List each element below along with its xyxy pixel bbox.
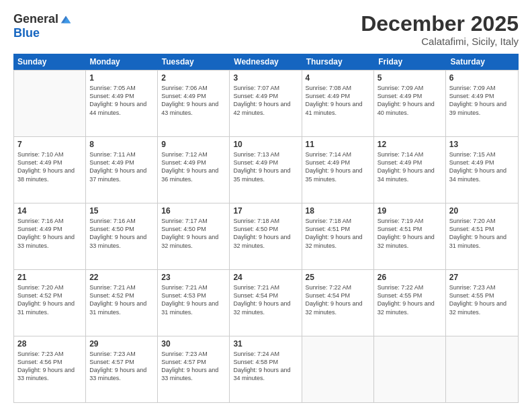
cell-sun-info: Sunrise: 7:22 AMSunset: 4:55 PMDaylight:…: [378, 283, 442, 316]
calendar-header: Sunday Monday Tuesday Wednesday Thursday…: [13, 54, 519, 70]
cell-sun-info: Sunrise: 7:24 AMSunset: 4:58 PMDaylight:…: [233, 350, 298, 383]
logo-general-text: General: [13, 12, 58, 26]
calendar-cell-2-3: 9Sunrise: 7:12 AMSunset: 4:49 PMDaylight…: [158, 137, 230, 203]
day-number: 21: [17, 273, 82, 282]
cell-sun-info: Sunrise: 7:21 AMSunset: 4:52 PMDaylight:…: [89, 283, 154, 316]
header: General Blue December 2025 Calatafimi, S…: [13, 12, 519, 47]
cell-sun-info: Sunrise: 7:21 AMSunset: 4:53 PMDaylight:…: [161, 283, 226, 316]
cell-sun-info: Sunrise: 7:11 AMSunset: 4:49 PMDaylight:…: [89, 150, 154, 183]
calendar-cell-3-6: 19Sunrise: 7:19 AMSunset: 4:51 PMDayligh…: [374, 203, 446, 269]
day-number: 20: [449, 206, 515, 216]
cell-sun-info: Sunrise: 7:18 AMSunset: 4:51 PMDaylight:…: [306, 217, 370, 250]
cell-sun-info: Sunrise: 7:07 AMSunset: 4:49 PMDaylight:…: [233, 84, 298, 117]
cell-sun-info: Sunrise: 7:15 AMSunset: 4:49 PMDaylight:…: [449, 150, 515, 183]
day-number: 17: [233, 206, 298, 216]
day-number: 26: [378, 273, 442, 282]
calendar-cell-4-2: 22Sunrise: 7:21 AMSunset: 4:52 PMDayligh…: [86, 270, 158, 336]
calendar-cell-4-1: 21Sunrise: 7:20 AMSunset: 4:52 PMDayligh…: [14, 270, 86, 336]
calendar-cell-2-5: 11Sunrise: 7:14 AMSunset: 4:49 PMDayligh…: [302, 137, 374, 203]
calendar-cell-3-3: 16Sunrise: 7:17 AMSunset: 4:50 PMDayligh…: [158, 203, 230, 269]
cell-sun-info: Sunrise: 7:05 AMSunset: 4:49 PMDaylight:…: [89, 84, 154, 117]
day-number: 6: [449, 73, 515, 83]
day-number: 5: [378, 73, 442, 83]
calendar-cell-3-7: 20Sunrise: 7:20 AMSunset: 4:51 PMDayligh…: [446, 203, 518, 269]
calendar-cell-1-3: 2Sunrise: 7:06 AMSunset: 4:49 PMDaylight…: [158, 71, 230, 136]
day-number: 31: [233, 339, 298, 349]
day-number: 9: [161, 140, 226, 149]
calendar-cell-2-6: 12Sunrise: 7:14 AMSunset: 4:49 PMDayligh…: [374, 137, 446, 203]
header-saturday: Saturday: [447, 54, 519, 70]
calendar-cell-5-5: [302, 336, 374, 402]
day-number: 29: [89, 339, 154, 349]
calendar-cell-1-4: 3Sunrise: 7:07 AMSunset: 4:49 PMDaylight…: [230, 71, 302, 136]
day-number: 4: [306, 73, 370, 83]
cell-sun-info: Sunrise: 7:14 AMSunset: 4:49 PMDaylight:…: [306, 150, 370, 183]
cell-sun-info: Sunrise: 7:23 AMSunset: 4:56 PMDaylight:…: [17, 350, 82, 383]
cell-sun-info: Sunrise: 7:23 AMSunset: 4:57 PMDaylight:…: [89, 350, 154, 383]
day-number: 27: [449, 273, 515, 282]
cell-sun-info: Sunrise: 7:13 AMSunset: 4:49 PMDaylight:…: [233, 150, 298, 183]
cell-sun-info: Sunrise: 7:23 AMSunset: 4:55 PMDaylight:…: [449, 283, 515, 316]
calendar-cell-4-5: 25Sunrise: 7:22 AMSunset: 4:54 PMDayligh…: [302, 270, 374, 336]
day-number: 18: [306, 206, 370, 216]
title-section: December 2025 Calatafimi, Sicily, Italy: [361, 12, 519, 47]
day-number: 19: [378, 206, 442, 216]
day-number: 3: [233, 73, 298, 83]
day-number: 23: [161, 273, 226, 282]
calendar-cell-5-4: 31Sunrise: 7:24 AMSunset: 4:58 PMDayligh…: [230, 336, 302, 402]
calendar-row-1: 1Sunrise: 7:05 AMSunset: 4:49 PMDaylight…: [14, 70, 518, 136]
header-monday: Monday: [85, 54, 157, 70]
page: General Blue December 2025 Calatafimi, S…: [0, 0, 532, 411]
calendar-row-3: 14Sunrise: 7:16 AMSunset: 4:49 PMDayligh…: [14, 203, 518, 269]
calendar-cell-5-2: 29Sunrise: 7:23 AMSunset: 4:57 PMDayligh…: [86, 336, 158, 402]
calendar-cell-2-1: 7Sunrise: 7:10 AMSunset: 4:49 PMDaylight…: [14, 137, 86, 203]
calendar-cell-3-1: 14Sunrise: 7:16 AMSunset: 4:49 PMDayligh…: [14, 203, 86, 269]
day-number: 15: [89, 206, 154, 216]
calendar-cell-3-2: 15Sunrise: 7:16 AMSunset: 4:50 PMDayligh…: [86, 203, 158, 269]
calendar-cell-3-5: 18Sunrise: 7:18 AMSunset: 4:51 PMDayligh…: [302, 203, 374, 269]
calendar: Sunday Monday Tuesday Wednesday Thursday…: [13, 54, 519, 403]
day-number: 13: [449, 140, 515, 149]
cell-sun-info: Sunrise: 7:18 AMSunset: 4:50 PMDaylight:…: [233, 217, 298, 250]
cell-sun-info: Sunrise: 7:10 AMSunset: 4:49 PMDaylight:…: [17, 150, 82, 183]
header-wednesday: Wednesday: [230, 54, 302, 70]
calendar-row-5: 28Sunrise: 7:23 AMSunset: 4:56 PMDayligh…: [14, 336, 518, 402]
calendar-cell-4-4: 24Sunrise: 7:21 AMSunset: 4:54 PMDayligh…: [230, 270, 302, 336]
calendar-cell-2-2: 8Sunrise: 7:11 AMSunset: 4:49 PMDaylight…: [86, 137, 158, 203]
cell-sun-info: Sunrise: 7:20 AMSunset: 4:51 PMDaylight:…: [449, 217, 515, 250]
header-sunday: Sunday: [13, 54, 85, 70]
calendar-cell-1-6: 5Sunrise: 7:09 AMSunset: 4:49 PMDaylight…: [374, 71, 446, 136]
calendar-cell-5-3: 30Sunrise: 7:23 AMSunset: 4:57 PMDayligh…: [158, 336, 230, 402]
cell-sun-info: Sunrise: 7:17 AMSunset: 4:50 PMDaylight:…: [161, 217, 226, 250]
calendar-cell-5-1: 28Sunrise: 7:23 AMSunset: 4:56 PMDayligh…: [14, 336, 86, 402]
day-number: 30: [161, 339, 226, 349]
calendar-cell-4-7: 27Sunrise: 7:23 AMSunset: 4:55 PMDayligh…: [446, 270, 518, 336]
day-number: 10: [233, 140, 298, 149]
cell-sun-info: Sunrise: 7:06 AMSunset: 4:49 PMDaylight:…: [161, 84, 226, 117]
day-number: 2: [161, 73, 226, 83]
calendar-body: 1Sunrise: 7:05 AMSunset: 4:49 PMDaylight…: [13, 70, 519, 403]
day-number: 12: [378, 140, 442, 149]
cell-sun-info: Sunrise: 7:08 AMSunset: 4:49 PMDaylight:…: [306, 84, 370, 117]
calendar-cell-4-6: 26Sunrise: 7:22 AMSunset: 4:55 PMDayligh…: [374, 270, 446, 336]
calendar-row-2: 7Sunrise: 7:10 AMSunset: 4:49 PMDaylight…: [14, 136, 518, 203]
calendar-cell-4-3: 23Sunrise: 7:21 AMSunset: 4:53 PMDayligh…: [158, 270, 230, 336]
day-number: 11: [306, 140, 370, 149]
day-number: 28: [17, 339, 82, 349]
logo: General Blue: [13, 12, 72, 40]
calendar-row-4: 21Sunrise: 7:20 AMSunset: 4:52 PMDayligh…: [14, 269, 518, 336]
calendar-cell-5-6: [374, 336, 446, 402]
day-number: 1: [89, 73, 154, 83]
calendar-cell-1-7: 6Sunrise: 7:09 AMSunset: 4:49 PMDaylight…: [446, 71, 518, 136]
day-number: 14: [17, 206, 82, 216]
location-subtitle: Calatafimi, Sicily, Italy: [361, 36, 519, 47]
calendar-cell-5-7: [446, 336, 518, 402]
calendar-cell-3-4: 17Sunrise: 7:18 AMSunset: 4:50 PMDayligh…: [230, 203, 302, 269]
cell-sun-info: Sunrise: 7:12 AMSunset: 4:49 PMDaylight:…: [161, 150, 226, 183]
cell-sun-info: Sunrise: 7:19 AMSunset: 4:51 PMDaylight:…: [378, 217, 442, 250]
cell-sun-info: Sunrise: 7:09 AMSunset: 4:49 PMDaylight:…: [449, 84, 515, 117]
cell-sun-info: Sunrise: 7:16 AMSunset: 4:50 PMDaylight:…: [89, 217, 154, 250]
header-friday: Friday: [374, 54, 446, 70]
logo-blue-text: Blue: [13, 26, 40, 40]
header-thursday: Thursday: [302, 54, 374, 70]
